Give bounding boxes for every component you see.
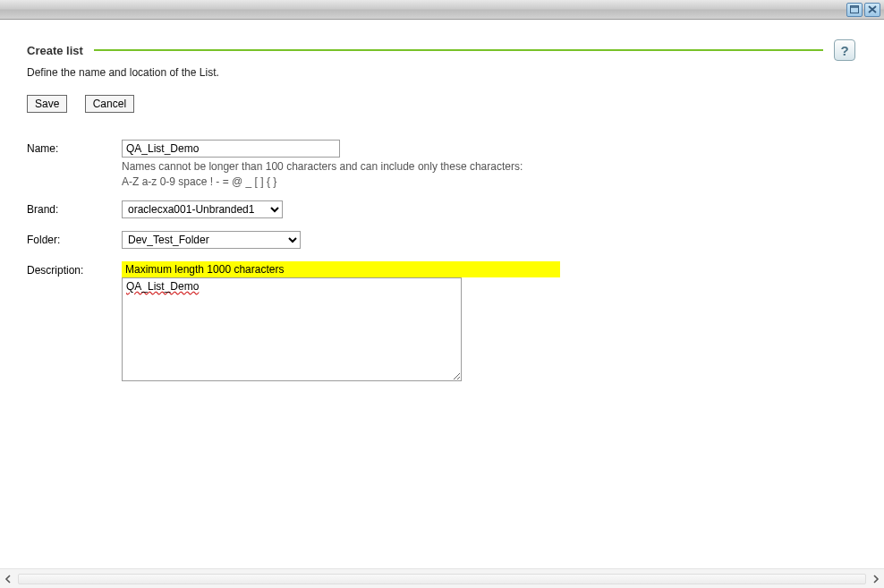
help-button[interactable]: ?	[834, 39, 855, 61]
save-button[interactable]: Save	[27, 95, 67, 113]
scroll-right-icon[interactable]	[868, 571, 884, 587]
name-hint-line1: Names cannot be longer than 100 characte…	[122, 160, 560, 173]
name-label: Name:	[27, 140, 122, 200]
main-panel: Create list ? Define the name and locati…	[13, 25, 871, 561]
brand-select[interactable]: oraclecxa001-Unbranded1	[122, 200, 283, 218]
brand-label: Brand:	[27, 200, 122, 231]
page-title: Create list	[27, 44, 83, 57]
scroll-left-icon[interactable]	[0, 571, 16, 587]
description-limit-notice: Maximum length 1000 characters	[122, 261, 560, 277]
name-hint-line2: A-Z a-z 0-9 space ! - = @ _ [ ] { }	[122, 175, 560, 188]
help-icon: ?	[840, 44, 848, 57]
window-titlebar	[0, 0, 884, 20]
maximize-icon	[850, 5, 859, 13]
scrollbar-track[interactable]	[18, 574, 866, 584]
maximize-button[interactable]	[846, 3, 863, 17]
description-label: Description:	[27, 261, 122, 394]
cancel-button[interactable]: Cancel	[85, 95, 134, 113]
close-button[interactable]	[864, 3, 880, 17]
horizontal-scrollbar[interactable]	[0, 568, 884, 588]
name-field[interactable]	[122, 140, 340, 158]
close-icon	[868, 5, 877, 13]
description-field[interactable]: QA_List_Demo	[122, 277, 462, 381]
folder-label: Folder:	[27, 231, 122, 261]
folder-select[interactable]: Dev_Test_Folder	[122, 231, 301, 249]
title-rule	[94, 49, 823, 51]
page-subtitle: Define the name and location of the List…	[27, 66, 855, 79]
